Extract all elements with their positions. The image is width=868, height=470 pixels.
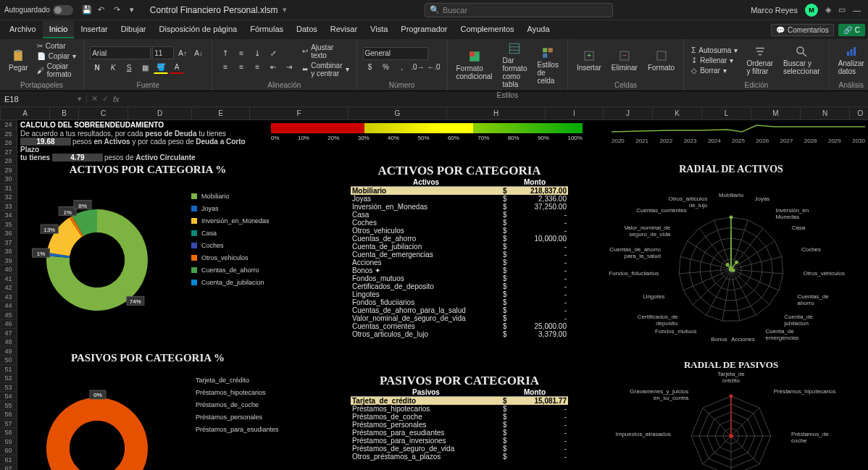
- font-size-combo[interactable]: [152, 46, 174, 59]
- diamond-icon[interactable]: ◈: [825, 5, 831, 14]
- sort-filter-button[interactable]: Ordenar y filtrar: [743, 43, 776, 77]
- dec-decimal-icon[interactable]: ←.0: [427, 61, 441, 74]
- tab-archivo[interactable]: Archivo: [3, 21, 43, 38]
- autosave-toggle[interactable]: Autoguardado: [4, 5, 73, 15]
- tab-programador[interactable]: Programador: [394, 21, 454, 38]
- undo-icon[interactable]: ↶: [98, 5, 108, 15]
- ribbon-tabs: ArchivoInicioInsertarDibujarDisposición …: [0, 20, 868, 39]
- increase-font-icon[interactable]: A↑: [175, 46, 190, 59]
- redo-icon[interactable]: ↷: [114, 5, 124, 15]
- format-cells-button[interactable]: Formato: [645, 48, 677, 73]
- tab-dibujar[interactable]: Dibujar: [114, 21, 153, 38]
- tab-complementos[interactable]: Complementos: [454, 21, 521, 38]
- svg-text:Coches: Coches: [801, 246, 821, 253]
- customize-qat-icon[interactable]: ▾: [130, 5, 140, 15]
- search-box[interactable]: 🔍 Buscar: [425, 3, 613, 17]
- svg-text:Joyas: Joyas: [754, 196, 769, 202]
- fill-color-icon[interactable]: 🪣: [154, 61, 168, 74]
- tab-ayuda[interactable]: Ayuda: [521, 21, 556, 38]
- avatar[interactable]: M: [805, 4, 818, 17]
- indent-inc-icon[interactable]: ⇥: [282, 61, 296, 74]
- svg-text:Mobiliario: Mobiliario: [719, 192, 744, 198]
- wrap-text-button[interactable]: ↩Ajustar texto: [301, 43, 350, 60]
- font-name-combo[interactable]: [90, 46, 151, 59]
- copy-button[interactable]: 📄Copiar ▾: [36, 51, 78, 61]
- clear-button[interactable]: ◇Borrar ▾: [690, 66, 739, 75]
- decrease-font-icon[interactable]: A↓: [191, 46, 206, 59]
- conditional-format-button[interactable]: Formato condicional: [454, 49, 496, 82]
- svg-text:Cuenta_deemergencias: Cuenta_deemergencias: [766, 328, 799, 341]
- comments-button[interactable]: 💬Comentarios: [771, 24, 834, 36]
- column-headers[interactable]: ABCDEFGHIJKLMNO: [0, 107, 868, 120]
- svg-line-76: [714, 220, 731, 269]
- delete-cells-button[interactable]: −Eliminar: [609, 48, 640, 73]
- paste-button[interactable]: Pegar: [6, 48, 31, 73]
- tab-insertar[interactable]: Insertar: [74, 21, 114, 38]
- tab-vista[interactable]: Vista: [364, 21, 394, 38]
- tab-revisar[interactable]: Revisar: [324, 21, 364, 38]
- align-top-icon[interactable]: ⤒: [218, 47, 233, 60]
- find-select-button[interactable]: Buscar y seleccionar: [780, 43, 823, 77]
- save-icon[interactable]: 💾: [82, 5, 92, 15]
- align-center-icon[interactable]: ≡: [234, 61, 249, 74]
- activos-table: ACTIVOS POR CATEGORIA ActivosMontoMobili…: [351, 164, 568, 338]
- format-painter-button[interactable]: 🖌Copiar formato: [36, 62, 78, 79]
- comma-icon[interactable]: ,: [395, 61, 409, 74]
- ribbon-mode-icon[interactable]: ▭: [838, 5, 846, 14]
- align-middle-icon[interactable]: ≡: [234, 47, 249, 60]
- underline-icon[interactable]: S: [122, 61, 136, 74]
- fx-icon[interactable]: fx: [113, 95, 120, 104]
- svg-point-21: [70, 232, 125, 288]
- tab-datos[interactable]: Datos: [290, 21, 324, 38]
- group-label-align: Alineación: [218, 80, 350, 89]
- chart-title: RADIAL DE ACTIVOS: [597, 164, 865, 175]
- svg-text:1%: 1%: [63, 209, 72, 216]
- svg-point-120: [730, 395, 733, 398]
- autosum-button[interactable]: ΣAutosuma ▾: [690, 46, 739, 55]
- name-box[interactable]: E18▾: [0, 94, 87, 104]
- indent-dec-icon[interactable]: ⇤: [266, 61, 280, 74]
- row-headers[interactable]: 2425262728293031323334353637383940414243…: [0, 120, 17, 470]
- border-icon[interactable]: ▦: [138, 61, 152, 74]
- filename-label[interactable]: Control Financiero Personal.xlsm: [150, 5, 278, 15]
- worksheet[interactable]: 2425262728293031323334353637383940414243…: [0, 120, 868, 470]
- risk-gradient-bar: 0%10%20%30%40%50%60%70%80%90%100%: [271, 123, 583, 145]
- align-right-icon[interactable]: ≡: [250, 61, 264, 74]
- fill-button[interactable]: ↧Rellenar ▾: [690, 56, 739, 65]
- tab-disposición-de-página[interactable]: Disposición de página: [153, 21, 244, 38]
- accept-formula-icon[interactable]: ✓: [102, 94, 109, 104]
- number-format-combo[interactable]: [363, 47, 428, 60]
- insert-cells-button[interactable]: +Insertar: [574, 48, 604, 73]
- group-label-cells: Celdas: [574, 80, 677, 89]
- username-label[interactable]: Marco Reyes: [751, 6, 798, 14]
- percent-icon[interactable]: %: [379, 61, 393, 74]
- cut-button[interactable]: ✂Cortar: [36, 41, 78, 51]
- group-label-editing: Edición: [690, 80, 822, 89]
- bold-icon[interactable]: N: [90, 61, 104, 74]
- align-bottom-icon[interactable]: ⤓: [250, 47, 264, 60]
- svg-point-15: [797, 47, 804, 54]
- tab-fórmulas[interactable]: Fórmulas: [243, 21, 290, 38]
- svg-text:Impuestos_atrasados: Impuestos_atrasados: [616, 431, 672, 437]
- analyze-data-button[interactable]: Analizar datos: [835, 43, 867, 77]
- currency-icon[interactable]: $: [363, 61, 377, 74]
- orientation-icon[interactable]: ⤢: [266, 47, 280, 60]
- font-color-icon[interactable]: A: [170, 61, 184, 74]
- align-left-icon[interactable]: ≡: [218, 61, 233, 74]
- tab-inicio[interactable]: Inicio: [43, 21, 75, 38]
- svg-rect-8: [548, 48, 553, 52]
- chart-title: RADIAL DE PASIVOS: [597, 359, 865, 371]
- formula-input[interactable]: [124, 95, 776, 104]
- svg-rect-9: [543, 53, 547, 57]
- cell-styles-button[interactable]: Estilos de celda: [534, 45, 561, 86]
- share-button[interactable]: 🔗C: [838, 24, 865, 36]
- svg-line-46: [731, 241, 775, 269]
- merge-center-button[interactable]: ⬌Combinar y centrar ▾: [301, 61, 350, 78]
- minimize-icon[interactable]: —: [853, 6, 861, 14]
- svg-rect-14: [657, 51, 666, 60]
- svg-rect-4: [510, 43, 520, 54]
- italic-icon[interactable]: K: [106, 61, 120, 74]
- format-as-table-button[interactable]: Dar formato como tabla: [500, 41, 530, 90]
- cancel-formula-icon[interactable]: ✕: [91, 94, 98, 104]
- inc-decimal-icon[interactable]: .0→: [411, 61, 425, 74]
